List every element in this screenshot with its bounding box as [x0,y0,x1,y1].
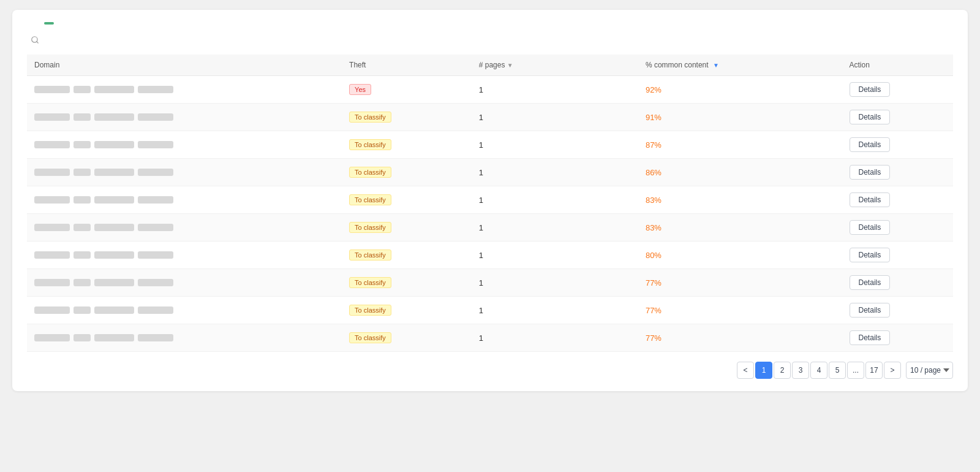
page-4-button[interactable]: 4 [810,362,827,379]
pct-value: 77% [646,306,662,315]
pct-value: 92% [646,85,662,94]
status-badge [44,22,54,25]
blurred-domain-part [34,251,70,259]
blurred-domain-part [34,86,70,93]
pct-value: 87% [646,140,662,150]
pct-cell: 77% [638,324,842,352]
table-row: To classify177%Details [27,324,953,352]
details-button[interactable]: Details [850,82,891,97]
blurred-domain-part [138,279,173,286]
blurred-domain-part [34,169,70,176]
pages-cell: 1 [472,186,638,214]
blurred-domain-part [94,113,134,121]
domain-cell [27,324,342,352]
table-row: To classify186%Details [27,159,953,186]
col-header-pct[interactable]: % common content ▼ [638,55,842,76]
pct-cell: 83% [638,186,842,214]
blurred-domain-part [34,113,70,121]
pct-cell: 83% [638,214,842,242]
theft-badge: To classify [349,112,391,123]
next-page-button[interactable]: > [884,362,901,379]
domain-cell [27,214,342,242]
pct-value: 86% [646,168,662,177]
col-header-pages[interactable]: # pages ▼ [472,55,638,76]
pct-cell: 77% [638,297,842,324]
blurred-domain-part [94,306,134,314]
pct-value: 80% [646,251,662,260]
details-button[interactable]: Details [850,137,891,152]
table-row: To classify180%Details [27,242,953,269]
action-cell: Details [842,297,953,324]
page-5-button[interactable]: 5 [829,362,846,379]
details-button[interactable]: Details [850,220,891,235]
table-row: Yes192%Details [27,76,953,104]
blurred-domain-part [34,224,70,231]
blurred-domain-part [94,224,134,231]
blurred-domain-part [34,306,70,314]
theft-badge: To classify [349,249,391,261]
table-row: To classify187%Details [27,131,953,159]
page-1-button[interactable]: 1 [755,362,772,379]
pages-cell: 1 [472,297,638,324]
table-row: To classify177%Details [27,269,953,297]
pct-value: 83% [646,196,662,205]
pct-value: 77% [646,278,662,287]
search-bar [27,36,953,46]
main-container: Domain Theft # pages ▼ % common content … [12,10,968,391]
blurred-domain-part [74,279,91,286]
details-button[interactable]: Details [850,330,891,345]
table-row: To classify177%Details [27,297,953,324]
theft-cell: To classify [342,186,472,214]
blurred-domain-part [74,306,91,314]
prev-page-button[interactable]: < [737,362,754,379]
details-button[interactable]: Details [850,192,891,207]
action-cell: Details [842,159,953,186]
blurred-domain-part [94,279,134,286]
blurred-domain-part [34,334,70,341]
blurred-domain-part [94,251,134,259]
details-button[interactable]: Details [850,110,891,124]
blurred-domain-part [74,334,91,341]
theft-badge: Yes [349,84,371,95]
blurred-domain-part [138,224,173,231]
pct-cell: 77% [638,269,842,297]
table-row: To classify191%Details [27,104,953,131]
blurred-domain-part [94,141,134,148]
page-17-button[interactable]: 17 [865,362,883,379]
pages-cell: 1 [472,269,638,297]
page-2-button[interactable]: 2 [774,362,791,379]
pages-cell: 1 [472,159,638,186]
pages-cell: 1 [472,76,638,104]
page-size-select[interactable]: 10 / page 20 / page 50 / page [906,362,953,379]
pct-value: 77% [646,333,662,343]
action-cell: Details [842,76,953,104]
col-header-theft: Theft [342,55,472,76]
domain-cell [27,76,342,104]
action-cell: Details [842,324,953,352]
pct-cell: 80% [638,242,842,269]
action-cell: Details [842,214,953,242]
page-3-button[interactable]: 3 [792,362,809,379]
pagination: < 1 2 3 4 5 ... 17 > 10 / page 20 / page… [27,362,953,379]
details-button[interactable]: Details [850,248,891,262]
search-icon[interactable] [31,36,39,46]
theft-badge: To classify [349,277,391,288]
details-button[interactable]: Details [850,165,891,180]
table-row: To classify183%Details [27,214,953,242]
theft-cell: Yes [342,76,472,104]
pages-cell: 1 [472,131,638,159]
details-button[interactable]: Details [850,275,891,290]
action-cell: Details [842,104,953,131]
blurred-domain-part [34,279,70,286]
details-button[interactable]: Details [850,303,891,318]
theft-badge: To classify [349,332,391,343]
theft-cell: To classify [342,214,472,242]
blurred-domain-part [138,113,173,121]
action-cell: Details [842,186,953,214]
theft-cell: To classify [342,297,472,324]
theft-badge: To classify [349,222,391,233]
theft-cell: To classify [342,131,472,159]
blurred-domain-part [138,251,173,259]
action-cell: Details [842,131,953,159]
blurred-domain-part [74,196,91,204]
